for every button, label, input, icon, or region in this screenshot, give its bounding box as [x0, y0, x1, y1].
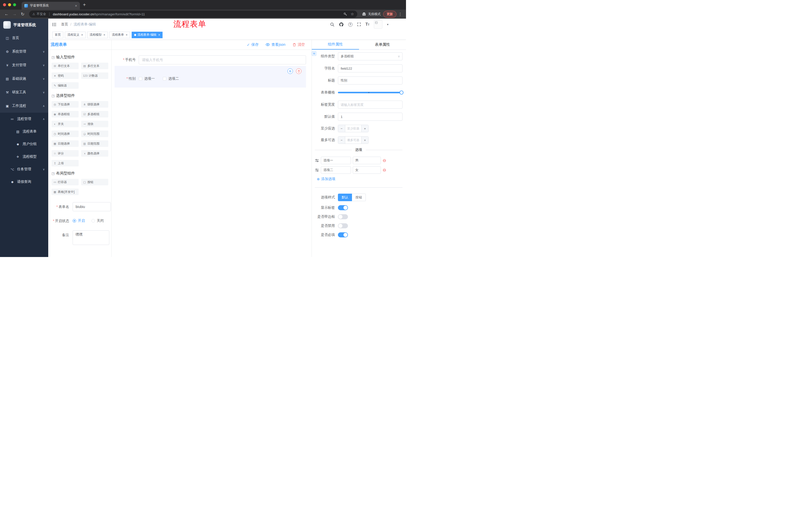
browser-tab[interactable]: 芋道管理系统 × [22, 2, 80, 9]
phone-field-row[interactable]: *手机号 [115, 55, 309, 64]
address-bar[interactable]: ⚠ 不安全 dashboard.yudao.iocoder.cn/bpm/man… [29, 10, 357, 18]
palette-item-upload[interactable]: ↥上传 [52, 160, 79, 166]
decrease-button[interactable]: − [338, 137, 345, 143]
remove-option-icon[interactable]: ⊖ [383, 158, 386, 163]
tab-close-icon[interactable]: × [75, 4, 77, 7]
sidebar-item-workflow[interactable]: ▣ 工作流程 ∧ [0, 99, 48, 113]
default-value-input[interactable] [338, 113, 403, 121]
palette-item-slider[interactable]: ⊸滑块 [81, 121, 108, 127]
palette-item-counter[interactable]: 123计数器 [81, 73, 108, 79]
close-icon[interactable]: × [81, 33, 83, 37]
avatar[interactable] [374, 20, 382, 29]
palette-item-date-range[interactable]: ▥日期范围 [81, 140, 108, 147]
tag-process-form[interactable]: 流程表单 × [109, 32, 130, 38]
palette-item-time-picker[interactable]: ◷时间选择 [52, 131, 79, 137]
github-icon[interactable] [339, 22, 344, 27]
sidebar-item-process-model[interactable]: ✈ 流程模型 [0, 151, 48, 163]
update-button[interactable]: 更新 [383, 11, 397, 18]
palette-item-time-range[interactable]: ◶时间范围 [81, 131, 108, 137]
palette-item-textarea[interactable]: ▤多行文本 [81, 63, 108, 69]
security-warning-icon[interactable]: ⚠ [32, 12, 35, 16]
gender-option1-checkbox[interactable]: 选项一 [139, 77, 155, 81]
decrease-button[interactable]: − [338, 125, 345, 132]
disabled-switch[interactable] [338, 223, 348, 228]
increase-button[interactable]: + [361, 125, 368, 132]
increase-button[interactable]: + [361, 137, 368, 143]
palette-item-table[interactable]: ▦表格[开发中] [52, 189, 79, 195]
palette-item-password[interactable]: ∗密码 [52, 73, 79, 79]
tab-component-props[interactable]: 组件属性 [312, 40, 359, 50]
option-label-input[interactable] [321, 157, 351, 164]
label-width-input[interactable] [338, 101, 403, 109]
font-size-icon[interactable]: TT [366, 22, 370, 27]
sidebar-item-process-form[interactable]: ▤ 流程表单 [0, 125, 48, 138]
window-zoom-button[interactable] [13, 3, 16, 6]
close-icon[interactable]: × [126, 33, 127, 37]
component-type-select[interactable]: ∨ [338, 52, 403, 60]
option-style-button-button[interactable]: 按钮 [352, 194, 366, 201]
breadcrumb-home[interactable]: 首页 [61, 22, 68, 27]
new-tab-button[interactable]: + [83, 2, 86, 8]
option-value-input[interactable] [353, 166, 381, 174]
sidebar-fold-icon[interactable] [52, 23, 57, 26]
field-name-input[interactable] [338, 64, 403, 73]
option-style-default-button[interactable]: 默认 [338, 194, 352, 201]
sidebar-item-payment-mgmt[interactable]: ¥ 支付管理 ∨ [0, 58, 48, 72]
show-label-switch[interactable] [338, 205, 348, 210]
tag-process-model[interactable]: 流程模型 × [87, 32, 108, 38]
palette-item-radio-group[interactable]: ◉单选框组 [52, 111, 79, 117]
palette-item-cascader[interactable]: ⋔级联选择 [81, 101, 108, 108]
status-off-radio[interactable]: 关闭 [91, 218, 104, 223]
help-icon[interactable]: ? [348, 22, 352, 27]
fullscreen-icon[interactable] [357, 22, 361, 26]
browser-menu-button[interactable]: ⋮ [398, 12, 403, 17]
palette-item-single-text[interactable]: ⊟单行文本 [52, 63, 79, 69]
status-on-radio[interactable]: 开启 [72, 218, 85, 223]
required-switch[interactable] [338, 232, 348, 237]
tag-home[interactable]: 首页 [52, 32, 63, 38]
sidebar-item-dev-tools[interactable]: ⚒ 研发工具 ∨ [0, 85, 48, 99]
form-grid-slider[interactable] [338, 88, 403, 97]
palette-item-row-container[interactable]: ▭行容器 [52, 179, 79, 185]
palette-item-select[interactable]: ◎下拉选择 [52, 101, 79, 108]
forward-button[interactable]: → [11, 11, 18, 17]
slider-handle[interactable] [400, 90, 404, 94]
window-close-button[interactable] [3, 3, 6, 6]
palette-item-checkbox-group[interactable]: ☑多选框组 [81, 111, 108, 117]
password-key-icon[interactable] [343, 12, 347, 16]
option-value-input[interactable] [353, 157, 381, 164]
copy-field-button[interactable]: ⧉ [287, 69, 293, 74]
close-icon[interactable]: × [104, 33, 106, 37]
palette-item-date-picker[interactable]: ▦日期选择 [52, 140, 79, 147]
tab-form-props[interactable]: 表单属性 [359, 40, 406, 50]
reload-button[interactable]: ↻ [19, 11, 26, 17]
drag-handle-icon[interactable] [315, 158, 319, 163]
close-icon[interactable]: × [158, 33, 160, 37]
border-switch[interactable] [338, 214, 348, 219]
gender-field-selected[interactable]: ⧉ *性别 选项一 选项二 [115, 66, 306, 87]
palette-item-rate[interactable]: ☆评分 [52, 150, 79, 157]
add-option-button[interactable]: ⊕ 添加选项 [317, 177, 403, 181]
link-icon[interactable]: ⧉ [312, 51, 316, 56]
tag-process-form-edit[interactable]: 流程表单-编辑 × [132, 32, 163, 38]
form-name-input[interactable] [72, 202, 111, 211]
avatar-caret-icon[interactable]: ▾ [387, 23, 388, 26]
view-json-button[interactable]: 查看json [266, 42, 285, 47]
sidebar-item-home[interactable]: ◫ 首页 [0, 31, 48, 45]
palette-item-button[interactable]: ▢按钮 [81, 179, 108, 185]
palette-item-switch[interactable]: ◐开关 [52, 121, 79, 127]
sidebar-item-system-mgmt[interactable]: ⚙ 系统管理 ∨ [0, 45, 48, 58]
back-button[interactable]: ← [3, 11, 10, 17]
drag-handle-icon[interactable] [315, 168, 319, 172]
component-type-value[interactable] [338, 52, 403, 60]
option-label-input[interactable] [321, 166, 351, 174]
phone-input[interactable] [139, 55, 306, 64]
sidebar-item-infrastructure[interactable]: ▤ 基础设施 ∨ [0, 72, 48, 85]
sidebar-item-user-group[interactable]: ☻ 用户分组 [0, 138, 48, 151]
palette-item-color-picker[interactable]: ◑颜色选择 [81, 150, 108, 157]
search-icon[interactable] [330, 22, 335, 27]
tag-process-definition[interactable]: 流程定义 × [65, 32, 86, 38]
gender-option2-checkbox[interactable]: 选项二 [163, 77, 179, 81]
max-select-input[interactable] [345, 137, 361, 143]
sidebar-item-task-mgmt[interactable]: ⌥ 任务管理 ∨ [0, 163, 48, 175]
